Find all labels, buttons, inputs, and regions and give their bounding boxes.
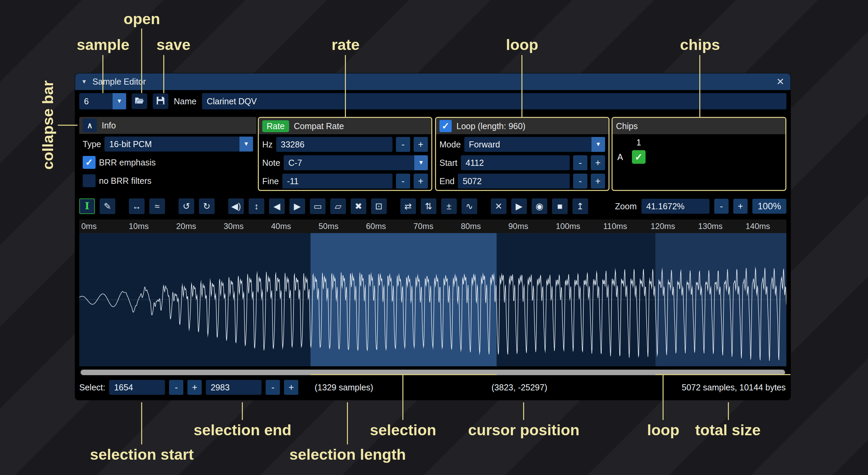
trim-icon: ⊡ xyxy=(375,202,383,211)
fine-input[interactable]: -11 xyxy=(282,174,393,189)
reverse-button[interactable]: ⇄ xyxy=(400,198,416,214)
minus-icon: - xyxy=(579,158,582,168)
name-value: Clarinet DQV xyxy=(207,96,257,106)
loop-end-input[interactable]: 5072 xyxy=(458,174,570,189)
selection-end-minus-button[interactable]: - xyxy=(266,380,280,395)
close-icon[interactable]: ✕ xyxy=(777,76,784,87)
zoom-out-button[interactable]: - xyxy=(714,199,729,214)
stop-preview-button[interactable]: ■ xyxy=(552,198,568,214)
zoom-input[interactable]: 41.1672% xyxy=(641,199,710,214)
info-panel-header[interactable]: ∧ Info xyxy=(79,117,256,134)
fade-out-button[interactable]: ▶ xyxy=(289,198,305,214)
apply-silence-icon: ▱ xyxy=(335,202,341,211)
amplify-button[interactable]: ◀) xyxy=(228,198,244,214)
trim-button[interactable]: ⊡ xyxy=(371,198,387,214)
collapse-up-icon: ∧ xyxy=(87,121,93,130)
timeline-tick: 110ms xyxy=(601,222,649,231)
selection-start-minus-button[interactable]: - xyxy=(169,380,183,395)
filter-button[interactable]: ∿ xyxy=(462,198,477,214)
loop-start-plus-button[interactable]: + xyxy=(591,155,605,170)
hz-input[interactable]: 33286 xyxy=(276,137,393,152)
loop-start-input[interactable]: 4112 xyxy=(461,155,570,170)
normalize-button[interactable]: ↕ xyxy=(249,198,264,214)
waveform-canvas[interactable] xyxy=(79,233,786,366)
note-selector[interactable]: C-7 ▼ xyxy=(284,155,428,170)
titlebar[interactable]: ▼ Sample Editor ✕ xyxy=(75,73,790,90)
type-selector[interactable]: 16-bit PCM ▼ xyxy=(104,137,253,152)
fade-out-icon: ▶ xyxy=(294,202,301,211)
selection-start-plus-button[interactable]: + xyxy=(187,380,202,395)
loop-mode-value: Forward xyxy=(464,137,591,152)
hz-value: 33286 xyxy=(281,140,305,149)
save-button[interactable] xyxy=(153,93,168,109)
loop-mode-selector[interactable]: Forward ▼ xyxy=(464,137,605,152)
status-row: Select: 1654 - + 2983 - + (1329 samples)… xyxy=(79,379,786,395)
check-icon: ✓ xyxy=(85,157,93,168)
annotation-line-total-size xyxy=(728,402,729,420)
flip-sign-button[interactable]: ± xyxy=(441,198,457,214)
timeline-ruler[interactable]: 0ms 10ms 20ms 30ms 40ms 50ms 60ms 70ms 8… xyxy=(79,219,786,233)
preview-cursor-button[interactable]: ◉ xyxy=(532,198,547,214)
fade-in-button[interactable]: ◀ xyxy=(269,198,285,214)
chip-number: 1 xyxy=(636,138,641,147)
zoom-in-button[interactable]: + xyxy=(733,199,748,214)
timeline-tick: 30ms xyxy=(222,222,269,231)
open-button[interactable] xyxy=(132,93,147,109)
import-button[interactable]: ↥ xyxy=(572,198,588,214)
selection-start-input[interactable]: 1654 xyxy=(109,380,165,395)
play-circle-icon: ◉ xyxy=(536,202,544,211)
annotation-selection-length: selection length xyxy=(289,446,406,463)
selection-end-plus-button[interactable]: + xyxy=(284,380,298,395)
chevron-down-icon: ▼ xyxy=(591,137,605,152)
annotation-collapse-bar: collapse bar xyxy=(39,81,57,170)
collapse-bar-button[interactable]: ∧ xyxy=(83,119,97,132)
no-brr-filters-checkbox[interactable] xyxy=(83,174,96,187)
window-collapse-icon[interactable]: ▼ xyxy=(81,78,87,85)
invert-button[interactable]: ⇅ xyxy=(421,198,436,214)
minus-icon: - xyxy=(402,139,405,150)
scrollbar-thumb[interactable] xyxy=(81,370,785,375)
plus-icon: + xyxy=(595,158,601,168)
rate-panel: Rate Compat Rate Hz 33286 - + Note C-7 ▼… xyxy=(258,117,432,191)
resize-button[interactable]: ↔ xyxy=(129,198,145,214)
info-panel: ∧ Info Type 16-bit PCM ▼ ✓ BRR emphasis … xyxy=(79,117,256,191)
waveform-view[interactable] xyxy=(79,233,786,366)
pencil-icon: ✎ xyxy=(104,202,111,211)
fine-label: Fine xyxy=(262,176,279,186)
chip-enabled-checkbox[interactable]: ✓ xyxy=(632,150,646,164)
hz-plus-button[interactable]: + xyxy=(414,137,428,152)
selection-end-input[interactable]: 2983 xyxy=(206,380,262,395)
timeline-tick: 10ms xyxy=(127,222,174,231)
loop-start-minus-button[interactable]: - xyxy=(573,155,587,170)
minus-icon: - xyxy=(271,382,274,393)
timeline-tick: 40ms xyxy=(269,222,317,231)
annotation-open: open xyxy=(123,10,160,28)
undo-button[interactable]: ↺ xyxy=(179,198,194,214)
waveform-scrollbar[interactable] xyxy=(79,368,786,376)
chip-row: A ✓ xyxy=(617,149,781,165)
delete-button[interactable]: ✖ xyxy=(351,198,366,214)
timeline-tick: 100ms xyxy=(554,222,601,231)
loop-checkbox[interactable]: ✓ xyxy=(439,120,452,132)
redo-button[interactable]: ↻ xyxy=(199,198,215,214)
zoom-reset-button[interactable]: 100% xyxy=(752,199,786,214)
fine-minus-button[interactable]: - xyxy=(396,174,410,189)
crossfade-loop-button[interactable]: ✕ xyxy=(491,198,506,214)
apply-silence-button[interactable]: ▱ xyxy=(330,198,346,214)
edit-mode-select-button[interactable]: I xyxy=(79,198,95,214)
brr-emphasis-checkbox[interactable]: ✓ xyxy=(83,156,96,169)
sample-selector[interactable]: 6 ▼ xyxy=(79,93,126,109)
hz-minus-button[interactable]: - xyxy=(396,137,410,152)
name-input[interactable]: Clarinet DQV xyxy=(202,93,786,109)
timeline-tick: 140ms xyxy=(744,222,786,231)
chevron-down-icon: ▼ xyxy=(414,155,428,170)
rate-panel-title: Compat Rate xyxy=(294,121,344,131)
fine-plus-button[interactable]: + xyxy=(414,174,428,189)
loop-end-minus-button[interactable]: - xyxy=(573,174,587,189)
preview-button[interactable]: ▶ xyxy=(511,198,527,214)
resample-button[interactable]: ≈ xyxy=(149,198,165,214)
edit-mode-draw-button[interactable]: ✎ xyxy=(100,198,115,214)
annotation-line-collapse-bar xyxy=(58,125,78,126)
insert-silence-button[interactable]: ▭ xyxy=(310,198,326,214)
loop-end-plus-button[interactable]: + xyxy=(591,174,605,189)
